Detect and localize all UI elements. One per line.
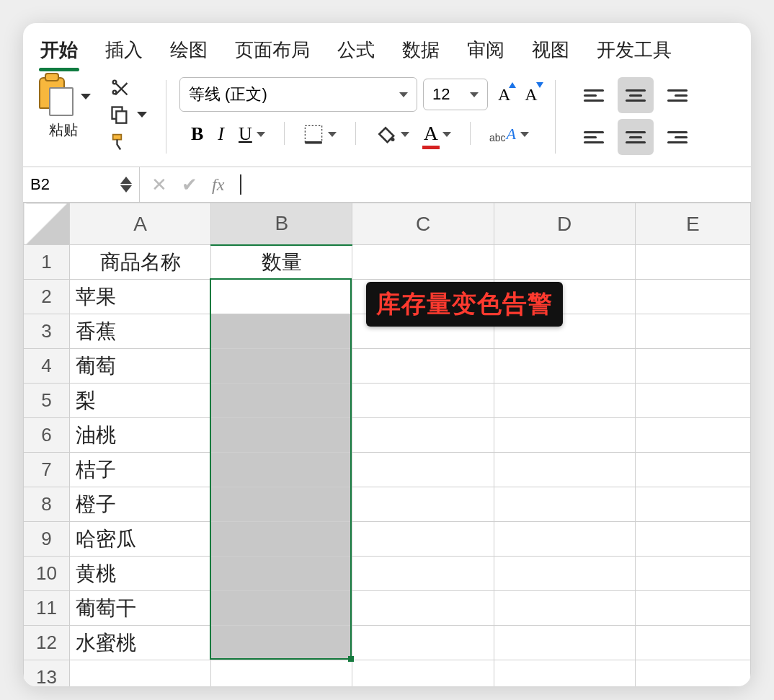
cell-A10[interactable]: 黄桃	[70, 557, 211, 591]
row-header-8[interactable]: 8	[24, 487, 70, 522]
cell-B4[interactable]	[211, 349, 352, 384]
tab-page-layout[interactable]: 页面布局	[233, 35, 311, 71]
align-bottom-button[interactable]	[659, 77, 695, 113]
cancel-formula-icon[interactable]: ✕	[151, 174, 167, 196]
underline-button[interactable]: U	[239, 123, 265, 145]
cell-D11[interactable]	[494, 591, 635, 626]
cell-A11[interactable]: 葡萄干	[70, 591, 211, 626]
spinner-up-icon[interactable]	[120, 177, 132, 184]
cell-B10[interactable]	[211, 557, 352, 591]
row-header-5[interactable]: 5	[24, 384, 70, 418]
borders-button[interactable]	[303, 124, 337, 144]
cell-D9[interactable]	[494, 522, 635, 557]
tab-review[interactable]: 审阅	[466, 35, 506, 71]
cell-E2[interactable]	[635, 280, 750, 314]
row-header-4[interactable]: 4	[24, 349, 70, 384]
tab-insert[interactable]: 插入	[104, 35, 144, 71]
cell-D4[interactable]	[494, 349, 635, 384]
cell-C9[interactable]	[352, 522, 494, 557]
cell-B3[interactable]	[211, 314, 352, 349]
cell-E7[interactable]	[635, 453, 750, 487]
cell-A1[interactable]: 商品名称	[70, 245, 211, 280]
cell-D8[interactable]	[494, 487, 635, 522]
copy-dropdown-icon[interactable]	[137, 112, 147, 118]
row-header-10[interactable]: 10	[24, 557, 70, 591]
align-top-button[interactable]	[576, 77, 612, 113]
tab-data[interactable]: 数据	[401, 35, 441, 71]
italic-button[interactable]: I	[218, 123, 224, 145]
row-header-9[interactable]: 9	[24, 522, 70, 557]
cell-D6[interactable]	[494, 418, 635, 453]
cell-D1[interactable]	[494, 245, 635, 280]
tab-formulas[interactable]: 公式	[336, 35, 376, 71]
enter-formula-icon[interactable]: ✔	[182, 174, 197, 196]
row-header-11[interactable]: 11	[24, 591, 70, 626]
cell-A8[interactable]: 橙子	[70, 487, 211, 522]
cell-A3[interactable]: 香蕉	[70, 314, 211, 349]
cell-D7[interactable]	[494, 453, 635, 487]
spinner-down-icon[interactable]	[120, 185, 132, 192]
row-header-13[interactable]: 13	[24, 660, 70, 687]
cell-B7[interactable]	[211, 453, 352, 487]
cell-B5[interactable]	[211, 384, 352, 418]
row-header-7[interactable]: 7	[24, 453, 70, 487]
select-all-corner[interactable]	[24, 203, 70, 245]
cell-E3[interactable]	[635, 314, 750, 349]
font-size-select[interactable]: 12	[423, 79, 488, 110]
cell-B2[interactable]	[211, 280, 352, 314]
cell-B11[interactable]	[211, 591, 352, 626]
cell-A12[interactable]: 水蜜桃	[70, 626, 211, 660]
tab-view[interactable]: 视图	[530, 35, 571, 71]
cell-A2[interactable]: 苹果	[70, 280, 211, 314]
cell-E9[interactable]	[635, 522, 750, 557]
cell-E1[interactable]	[635, 245, 750, 280]
selection-fill-handle[interactable]	[348, 656, 354, 662]
cell-E8[interactable]	[635, 487, 750, 522]
font-name-select[interactable]: 等线 (正文)	[179, 77, 417, 112]
cell-B8[interactable]	[211, 487, 352, 522]
cell-E11[interactable]	[635, 591, 750, 626]
cell-B13[interactable]	[211, 660, 352, 687]
cell-A9[interactable]: 哈密瓜	[70, 522, 211, 557]
cell-A6[interactable]: 油桃	[70, 418, 211, 453]
formula-input[interactable]	[236, 167, 751, 202]
cell-B1[interactable]: 数量	[211, 245, 352, 280]
bold-button[interactable]: B	[191, 123, 203, 145]
tab-draw[interactable]: 绘图	[169, 35, 209, 71]
cell-C8[interactable]	[352, 487, 494, 522]
row-header-3[interactable]: 3	[24, 314, 70, 349]
cell-E13[interactable]	[635, 660, 750, 687]
cell-E12[interactable]	[635, 626, 750, 660]
paste-icon[interactable]	[36, 77, 78, 116]
cell-C10[interactable]	[352, 557, 494, 591]
cell-A7[interactable]: 桔子	[70, 453, 211, 487]
copy-icon[interactable]	[110, 105, 130, 125]
cell-E5[interactable]	[635, 384, 750, 418]
cell-E4[interactable]	[635, 349, 750, 384]
cell-C13[interactable]	[352, 660, 494, 687]
spreadsheet-grid[interactable]: ABCDE1商品名称数量2苹果3香蕉4葡萄5梨6油桃7桔子8橙子9哈密瓜10黄桃…	[23, 203, 751, 686]
cell-C4[interactable]	[352, 349, 494, 384]
cell-C1[interactable]	[352, 245, 494, 280]
decrease-font-icon[interactable]: A	[520, 84, 541, 106]
cell-C11[interactable]	[352, 591, 494, 626]
cell-D5[interactable]	[494, 384, 635, 418]
align-middle-button[interactable]	[618, 77, 654, 113]
cell-D13[interactable]	[494, 660, 635, 687]
cell-B6[interactable]	[211, 418, 352, 453]
cell-C6[interactable]	[352, 418, 494, 453]
cell-B9[interactable]	[211, 522, 352, 557]
cell-E6[interactable]	[635, 418, 750, 453]
column-header-A[interactable]: A	[70, 203, 211, 245]
tab-home[interactable]: 开始	[39, 35, 79, 71]
cell-C7[interactable]	[352, 453, 494, 487]
fill-color-button[interactable]	[375, 123, 409, 145]
align-left-button[interactable]	[576, 119, 612, 155]
column-header-E[interactable]: E	[635, 203, 750, 245]
phonetic-guide-button[interactable]: abcA	[489, 125, 529, 143]
cell-D10[interactable]	[494, 557, 635, 591]
cell-A4[interactable]: 葡萄	[70, 349, 211, 384]
align-right-button[interactable]	[659, 119, 695, 155]
cell-A13[interactable]	[70, 660, 211, 687]
row-header-1[interactable]: 1	[24, 245, 70, 280]
